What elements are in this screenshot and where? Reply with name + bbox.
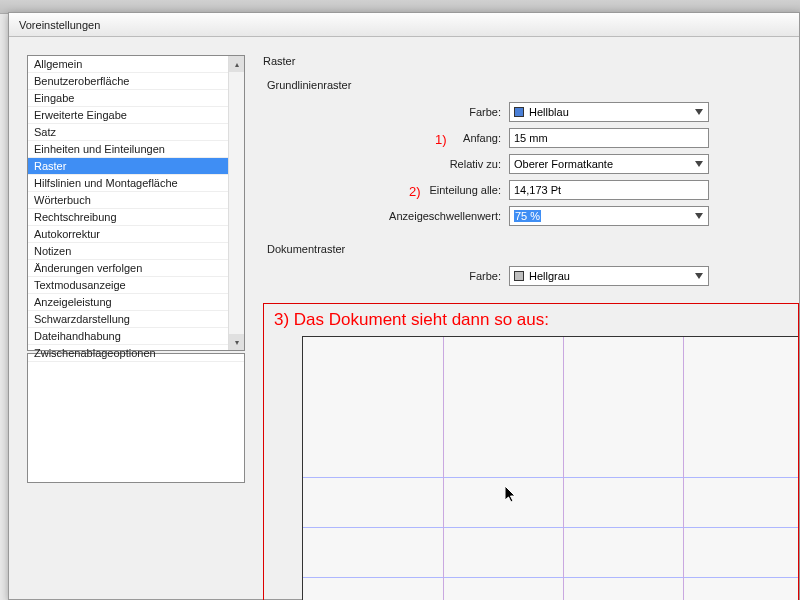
description-box [27, 353, 245, 483]
select-value: Hellblau [529, 106, 569, 118]
doc-color-select[interactable]: Hellgrau [509, 266, 709, 286]
dialog-titlebar: Voreinstellungen [9, 13, 799, 37]
increment-input[interactable] [509, 180, 709, 200]
threshold-label: Anzeigeschwellenwert: [263, 210, 509, 222]
annotation-2: 2) [409, 184, 421, 199]
scroll-up-icon[interactable]: ▴ [229, 56, 244, 72]
select-value: 75 % [514, 210, 541, 222]
annotation-3: 3) Das Dokument sieht dann so aus: [274, 310, 549, 330]
color-label: Farbe: [263, 106, 509, 118]
color-swatch-icon [514, 107, 524, 117]
sidebar-item-w-rterbuch[interactable]: Wörterbuch [28, 192, 244, 209]
start-field[interactable] [514, 132, 704, 144]
relative-select[interactable]: Oberer Formatkante [509, 154, 709, 174]
cursor-icon [505, 486, 519, 506]
dialog-title: Voreinstellungen [19, 19, 100, 31]
chevron-down-icon [692, 269, 706, 283]
relative-label: Relativ zu: [263, 158, 509, 170]
sidebar-item-raster[interactable]: Raster [28, 158, 244, 175]
list-scrollbar[interactable]: ▴ ▾ [228, 56, 244, 350]
sidebar-item-schwarzdarstellung[interactable]: Schwarzdarstellung [28, 311, 244, 328]
scroll-down-icon[interactable]: ▾ [229, 334, 244, 350]
select-value: Oberer Formatkante [514, 158, 613, 170]
start-label: 1) Anfang: [263, 132, 509, 144]
sidebar-item-benutzeroberfl-che[interactable]: Benutzeroberfläche [28, 73, 244, 90]
sidebar: AllgemeinBenutzeroberflächeEingabeErweit… [27, 55, 245, 599]
start-input[interactable] [509, 128, 709, 148]
doc-color-label: Farbe: [263, 270, 509, 282]
doc-group-label: Dokumentraster [263, 243, 799, 255]
sidebar-item-allgemein[interactable]: Allgemein [28, 56, 244, 73]
baseline-group-label: Grundlinienraster [263, 79, 799, 91]
baseline-color-select[interactable]: Hellblau [509, 102, 709, 122]
document-page [302, 336, 799, 600]
sidebar-item-einheiten-und-einteilungen[interactable]: Einheiten und Einteilungen [28, 141, 244, 158]
sidebar-item-rechtschreibung[interactable]: Rechtschreibung [28, 209, 244, 226]
sidebar-item-anzeigeleistung[interactable]: Anzeigeleistung [28, 294, 244, 311]
sidebar-item-textmodusanzeige[interactable]: Textmodusanzeige [28, 277, 244, 294]
sidebar-item-hilfslinien-und-montagefl-che[interactable]: Hilfslinien und Montagefläche [28, 175, 244, 192]
sidebar-item-satz[interactable]: Satz [28, 124, 244, 141]
sidebar-item-erweiterte-eingabe[interactable]: Erweiterte Eingabe [28, 107, 244, 124]
annotation-1: 1) [435, 132, 447, 147]
chevron-down-icon [692, 105, 706, 119]
sidebar-item-eingabe[interactable]: Eingabe [28, 90, 244, 107]
increment-field[interactable] [514, 184, 704, 196]
sidebar-item-zwischenablageoptionen[interactable]: Zwischenablageoptionen [28, 345, 244, 362]
baseline-grid-group: Grundlinienraster Farbe: Hellblau 1) Anf… [263, 79, 799, 227]
increment-label: 2) Einteilung alle: [263, 184, 509, 196]
chevron-down-icon [692, 157, 706, 171]
panel-title: Raster [263, 55, 799, 67]
document-grid-group: Dokumentraster Farbe: Hellgrau [263, 243, 799, 287]
category-list[interactable]: AllgemeinBenutzeroberflächeEingabeErweit… [27, 55, 245, 351]
chevron-down-icon [692, 209, 706, 223]
color-swatch-icon [514, 271, 524, 281]
sidebar-item-dateihandhabung[interactable]: Dateihandhabung [28, 328, 244, 345]
select-value: Hellgrau [529, 270, 570, 282]
sidebar-item--nderungen-verfolgen[interactable]: Änderungen verfolgen [28, 260, 244, 277]
document-preview: 3) Das Dokument sieht dann so aus: [263, 303, 799, 600]
main-panel: Raster Grundlinienraster Farbe: Hellblau… [263, 55, 799, 599]
preferences-dialog: Voreinstellungen AllgemeinBenutzeroberfl… [8, 12, 800, 600]
dialog-content: AllgemeinBenutzeroberflächeEingabeErweit… [9, 37, 799, 599]
threshold-select[interactable]: 75 % [509, 206, 709, 226]
sidebar-item-notizen[interactable]: Notizen [28, 243, 244, 260]
sidebar-item-autokorrektur[interactable]: Autokorrektur [28, 226, 244, 243]
